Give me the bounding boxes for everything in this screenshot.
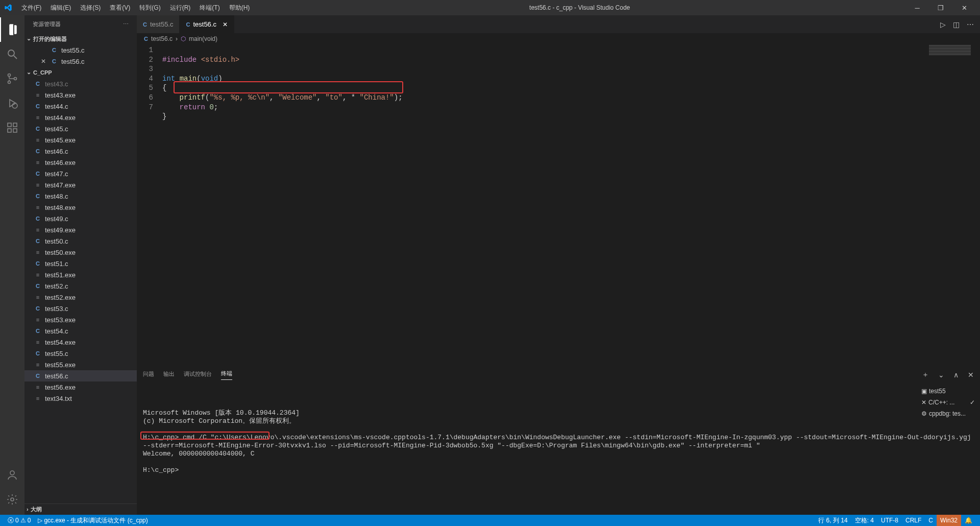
file-item[interactable]: ≡test43.exe	[24, 89, 137, 101]
file-item[interactable]: Ctest49.c	[24, 213, 137, 224]
minimap[interactable]	[927, 44, 973, 75]
file-item[interactable]: Ctest54.c	[24, 325, 137, 337]
file-item[interactable]: ≡test51.exe	[24, 269, 137, 280]
terminal[interactable]: Microsoft Windows [版本 10.0.19044.2364](c…	[137, 382, 980, 515]
close-button[interactable]: ✕	[952, 0, 976, 15]
status-bell-icon[interactable]: 🔔	[961, 515, 976, 526]
run-debug-icon[interactable]	[0, 91, 24, 115]
run-icon[interactable]: ▷	[940, 20, 946, 29]
exe-file-icon: ≡	[34, 158, 42, 166]
open-editor-item[interactable]: Ctest55.c	[24, 44, 137, 56]
menu-item[interactable]: 运行(R)	[166, 2, 195, 14]
menu-item[interactable]: 帮助(H)	[225, 2, 254, 14]
maximize-button[interactable]: ❐	[929, 0, 952, 15]
menu-item[interactable]: 终端(T)	[195, 2, 224, 14]
status-errors[interactable]: ⓧ0 ⚠0	[4, 515, 34, 526]
file-item[interactable]: Ctest52.c	[24, 280, 137, 292]
file-item[interactable]: ≡test50.exe	[24, 247, 137, 258]
status-encoding[interactable]: UTF-8	[877, 515, 902, 526]
file-item[interactable]: ≡test54.exe	[24, 337, 137, 348]
accounts-icon[interactable]	[0, 463, 24, 487]
file-item[interactable]: Ctest51.c	[24, 258, 137, 269]
minimize-button[interactable]: ─	[905, 0, 929, 15]
file-name: test51.c	[45, 260, 68, 268]
panel-tab[interactable]: 输出	[163, 370, 175, 380]
file-item[interactable]: Ctest45.c	[24, 123, 137, 134]
close-panel-icon[interactable]: ✕	[968, 371, 974, 379]
status-lncol[interactable]: 行 6, 列 14	[815, 515, 851, 526]
exe-file-icon: ≡	[34, 383, 42, 391]
panel-tab[interactable]: 终端	[221, 370, 232, 380]
menu-item[interactable]: 编辑(E)	[46, 2, 75, 14]
c-file-icon: C	[34, 349, 42, 357]
activity-bar	[0, 15, 24, 515]
status-eol[interactable]: CRLF	[902, 515, 925, 526]
maximize-panel-icon[interactable]: ∧	[953, 371, 959, 379]
open-editors-section[interactable]: ⌄ 打开的编辑器	[24, 33, 137, 44]
warning-icon: ⚠	[20, 517, 26, 524]
menu-item[interactable]: 查看(V)	[106, 2, 134, 14]
file-item[interactable]: Ctest48.c	[24, 190, 137, 202]
panel-tab[interactable]: 问题	[143, 370, 154, 380]
file-item[interactable]: ≡test55.exe	[24, 359, 137, 370]
editor-tab[interactable]: Ctest55.c	[137, 15, 180, 33]
c-file-icon: C	[34, 372, 42, 380]
file-item[interactable]: Ctest47.c	[24, 168, 137, 179]
outline-section[interactable]: › 大纲	[24, 504, 137, 515]
panel-tab[interactable]: 调试控制台	[184, 370, 212, 380]
file-item[interactable]: ≡test46.exe	[24, 157, 137, 168]
svg-rect-8	[8, 129, 11, 132]
breadcrumb[interactable]: C test56.c › ⬡ main(void)	[137, 33, 980, 44]
more-icon[interactable]: ⋯	[123, 21, 129, 28]
dropdown-icon[interactable]: ⌄	[938, 371, 944, 379]
file-item[interactable]: Ctest53.c	[24, 303, 137, 314]
breadcrumb-file[interactable]: test56.c	[151, 35, 173, 42]
file-item[interactable]: ≡test52.exe	[24, 292, 137, 303]
code-content[interactable]: #include <stdio.h> int main(void) { prin…	[162, 44, 980, 367]
file-item[interactable]: ≡test53.exe	[24, 314, 137, 325]
terminal-session-item[interactable]: ✕C/C++: ...✓	[921, 397, 975, 408]
terminal-session-item[interactable]: ▣test55	[921, 386, 975, 397]
file-item[interactable]: Ctest44.c	[24, 101, 137, 112]
new-terminal-icon[interactable]: ＋	[922, 370, 929, 379]
editor-tab[interactable]: Ctest56.c✕	[180, 15, 234, 33]
file-item[interactable]: ≡text34.txt	[24, 393, 137, 404]
status-lang[interactable]: C	[925, 515, 937, 526]
file-item[interactable]: ≡test48.exe	[24, 202, 137, 213]
file-item[interactable]: ≡test44.exe	[24, 112, 137, 123]
exe-file-icon: ≡	[34, 248, 42, 256]
close-icon[interactable]: ✕	[40, 58, 47, 65]
more-icon[interactable]: ⋯	[967, 20, 974, 29]
file-item[interactable]: Ctest56.c	[24, 370, 137, 381]
menu-item[interactable]: 文件(F)	[17, 2, 45, 14]
file-item[interactable]: ≡test45.exe	[24, 134, 137, 146]
settings-gear-icon[interactable]	[0, 487, 24, 512]
status-platform[interactable]: Win32	[937, 515, 961, 526]
panel-tabs: 问题输出调试控制台终端＋⌄∧✕	[137, 367, 980, 382]
file-item[interactable]: ≡test49.exe	[24, 224, 137, 235]
menu-item[interactable]: 选择(S)	[76, 2, 105, 14]
open-editor-item[interactable]: ✕Ctest56.c	[24, 56, 137, 67]
menu-item[interactable]: 转到(G)	[135, 2, 164, 14]
file-item[interactable]: Ctest55.c	[24, 348, 137, 359]
file-name: test49.exe	[45, 226, 76, 234]
folder-section[interactable]: ⌄ C_CPP	[24, 67, 137, 78]
status-debug-config[interactable]: ▷ gcc.exe - 生成和调试活动文件 (c_cpp)	[34, 515, 151, 526]
file-item[interactable]: ≡test56.exe	[24, 381, 137, 393]
close-icon[interactable]: ✕	[223, 21, 228, 28]
source-control-icon[interactable]	[0, 66, 24, 91]
file-item[interactable]: ≡test47.exe	[24, 179, 137, 190]
code-editor[interactable]: 1234567 #include <stdio.h> int main(void…	[137, 44, 980, 367]
file-item[interactable]: Ctest50.c	[24, 235, 137, 247]
terminal-session-item[interactable]: ⚙cppdbg: tes...	[921, 408, 975, 419]
title-bar: 文件(F)编辑(E)选择(S)查看(V)转到(G)运行(R)终端(T)帮助(H)…	[0, 0, 980, 15]
breadcrumb-symbol[interactable]: main(void)	[189, 35, 217, 42]
status-spaces[interactable]: 空格: 4	[851, 515, 877, 526]
file-item[interactable]: Ctest46.c	[24, 146, 137, 157]
file-item[interactable]: Ctest43.c	[24, 78, 137, 89]
c-file-icon: C	[144, 36, 148, 42]
split-icon[interactable]: ◫	[953, 20, 960, 29]
explorer-icon[interactable]	[0, 17, 24, 42]
search-icon[interactable]	[0, 42, 24, 66]
extensions-icon[interactable]	[0, 115, 24, 140]
